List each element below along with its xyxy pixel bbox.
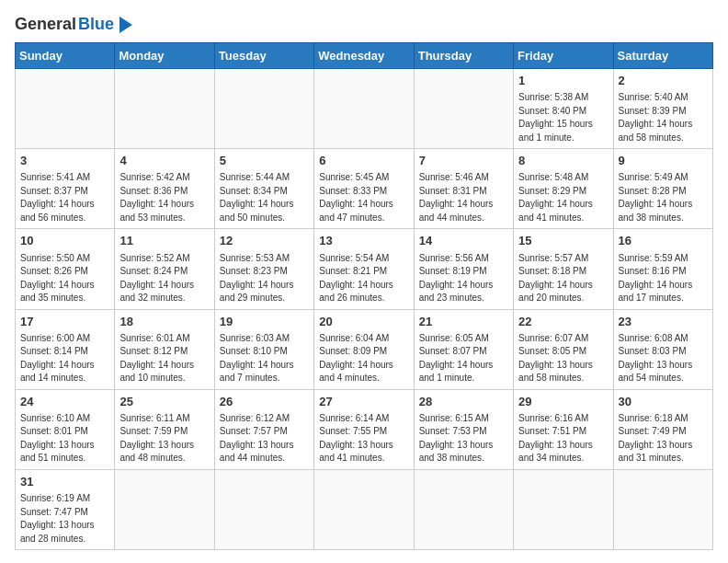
calendar-cell: 26Sunrise: 6:12 AM Sunset: 7:57 PM Dayli… [214, 389, 313, 469]
calendar-cell: 10Sunrise: 5:50 AM Sunset: 8:26 PM Dayli… [16, 229, 115, 309]
calendar-week-row: 17Sunrise: 6:00 AM Sunset: 8:14 PM Dayli… [16, 309, 713, 389]
day-number: 23 [619, 314, 708, 330]
calendar-week-row: 3Sunrise: 5:41 AM Sunset: 8:37 PM Daylig… [16, 149, 713, 229]
calendar-cell: 1Sunrise: 5:38 AM Sunset: 8:40 PM Daylig… [514, 69, 613, 149]
day-info: Sunrise: 6:00 AM Sunset: 8:14 PM Dayligh… [20, 332, 109, 385]
day-info: Sunrise: 5:46 AM Sunset: 8:31 PM Dayligh… [419, 171, 508, 224]
calendar-cell [514, 469, 613, 549]
logo-container: General Blue [15, 15, 136, 35]
weekday-header-friday: Friday [514, 43, 613, 69]
calendar-cell: 31Sunrise: 6:19 AM Sunset: 7:47 PM Dayli… [16, 469, 115, 549]
weekday-header-row: SundayMondayTuesdayWednesdayThursdayFrid… [16, 43, 713, 69]
calendar-cell: 4Sunrise: 5:42 AM Sunset: 8:36 PM Daylig… [115, 149, 214, 229]
day-info: Sunrise: 6:12 AM Sunset: 7:57 PM Dayligh… [220, 412, 309, 465]
day-number: 26 [220, 394, 309, 410]
day-info: Sunrise: 5:49 AM Sunset: 8:28 PM Dayligh… [619, 171, 708, 224]
day-info: Sunrise: 6:05 AM Sunset: 8:07 PM Dayligh… [419, 332, 508, 385]
weekday-header-tuesday: Tuesday [214, 43, 313, 69]
calendar-cell: 6Sunrise: 5:45 AM Sunset: 8:33 PM Daylig… [314, 149, 414, 229]
calendar-cell [115, 469, 214, 549]
calendar-cell [314, 469, 414, 549]
calendar-cell: 19Sunrise: 6:03 AM Sunset: 8:10 PM Dayli… [214, 309, 313, 389]
calendar-cell: 11Sunrise: 5:52 AM Sunset: 8:24 PM Dayli… [115, 229, 214, 309]
day-info: Sunrise: 6:07 AM Sunset: 8:05 PM Dayligh… [518, 332, 608, 385]
calendar-cell: 2Sunrise: 5:40 AM Sunset: 8:39 PM Daylig… [613, 69, 712, 149]
calendar-table: SundayMondayTuesdayWednesdayThursdayFrid… [15, 42, 713, 550]
calendar-cell: 27Sunrise: 6:14 AM Sunset: 7:55 PM Dayli… [314, 389, 414, 469]
calendar-cell [314, 69, 414, 149]
logo-text-general: General [15, 16, 76, 34]
calendar-cell: 13Sunrise: 5:54 AM Sunset: 8:21 PM Dayli… [314, 229, 414, 309]
day-number: 22 [518, 314, 608, 330]
calendar-cell: 15Sunrise: 5:57 AM Sunset: 8:18 PM Dayli… [514, 229, 613, 309]
day-info: Sunrise: 5:52 AM Sunset: 8:24 PM Dayligh… [119, 252, 209, 305]
day-number: 18 [119, 314, 209, 330]
day-number: 31 [20, 474, 109, 490]
day-info: Sunrise: 6:11 AM Sunset: 7:59 PM Dayligh… [119, 412, 209, 465]
day-number: 5 [220, 153, 309, 169]
day-number: 10 [20, 233, 109, 249]
day-number: 11 [119, 233, 209, 249]
day-number: 27 [319, 394, 408, 410]
calendar-cell [414, 469, 513, 549]
day-info: Sunrise: 5:56 AM Sunset: 8:19 PM Dayligh… [419, 252, 508, 305]
calendar-cell: 5Sunrise: 5:44 AM Sunset: 8:34 PM Daylig… [214, 149, 313, 229]
weekday-header-wednesday: Wednesday [314, 43, 414, 69]
day-number: 3 [20, 153, 109, 169]
calendar-week-row: 10Sunrise: 5:50 AM Sunset: 8:26 PM Dayli… [16, 229, 713, 309]
logo-icon [116, 15, 136, 35]
day-info: Sunrise: 6:14 AM Sunset: 7:55 PM Dayligh… [319, 412, 408, 465]
logo: General Blue [15, 15, 136, 35]
day-info: Sunrise: 6:03 AM Sunset: 8:10 PM Dayligh… [220, 332, 309, 385]
calendar-cell: 18Sunrise: 6:01 AM Sunset: 8:12 PM Dayli… [115, 309, 214, 389]
day-number: 21 [419, 314, 508, 330]
calendar-cell: 24Sunrise: 6:10 AM Sunset: 8:01 PM Dayli… [16, 389, 115, 469]
day-info: Sunrise: 6:16 AM Sunset: 7:51 PM Dayligh… [518, 412, 608, 465]
day-number: 7 [419, 153, 508, 169]
calendar-cell: 14Sunrise: 5:56 AM Sunset: 8:19 PM Dayli… [414, 229, 513, 309]
day-number: 19 [220, 314, 309, 330]
day-info: Sunrise: 5:48 AM Sunset: 8:29 PM Dayligh… [518, 171, 608, 224]
weekday-header-saturday: Saturday [613, 43, 712, 69]
day-number: 9 [619, 153, 708, 169]
calendar-cell: 9Sunrise: 5:49 AM Sunset: 8:28 PM Daylig… [613, 149, 712, 229]
calendar-cell: 7Sunrise: 5:46 AM Sunset: 8:31 PM Daylig… [414, 149, 513, 229]
day-info: Sunrise: 5:50 AM Sunset: 8:26 PM Dayligh… [20, 252, 109, 305]
day-number: 25 [119, 394, 209, 410]
day-number: 1 [518, 73, 608, 89]
calendar-cell: 30Sunrise: 6:18 AM Sunset: 7:49 PM Dayli… [613, 389, 712, 469]
day-info: Sunrise: 6:01 AM Sunset: 8:12 PM Dayligh… [119, 332, 209, 385]
day-info: Sunrise: 5:38 AM Sunset: 8:40 PM Dayligh… [518, 91, 608, 144]
calendar-cell: 3Sunrise: 5:41 AM Sunset: 8:37 PM Daylig… [16, 149, 115, 229]
day-number: 12 [220, 233, 309, 249]
calendar-cell: 12Sunrise: 5:53 AM Sunset: 8:23 PM Dayli… [214, 229, 313, 309]
day-info: Sunrise: 5:54 AM Sunset: 8:21 PM Dayligh… [319, 252, 408, 305]
day-info: Sunrise: 6:19 AM Sunset: 7:47 PM Dayligh… [20, 492, 109, 546]
day-info: Sunrise: 5:40 AM Sunset: 8:39 PM Dayligh… [619, 91, 708, 144]
day-number: 29 [518, 394, 608, 410]
calendar-cell: 28Sunrise: 6:15 AM Sunset: 7:53 PM Dayli… [414, 389, 513, 469]
calendar-cell: 29Sunrise: 6:16 AM Sunset: 7:51 PM Dayli… [514, 389, 613, 469]
day-info: Sunrise: 5:41 AM Sunset: 8:37 PM Dayligh… [20, 171, 109, 224]
weekday-header-sunday: Sunday [16, 43, 115, 69]
day-number: 28 [419, 394, 508, 410]
day-info: Sunrise: 5:57 AM Sunset: 8:18 PM Dayligh… [518, 252, 608, 305]
day-number: 17 [20, 314, 109, 330]
day-number: 4 [119, 153, 209, 169]
logo-text-blue: Blue [78, 16, 114, 34]
day-info: Sunrise: 6:04 AM Sunset: 8:09 PM Dayligh… [319, 332, 408, 385]
calendar-cell [115, 69, 214, 149]
day-info: Sunrise: 5:59 AM Sunset: 8:16 PM Dayligh… [619, 252, 708, 305]
day-info: Sunrise: 5:53 AM Sunset: 8:23 PM Dayligh… [220, 252, 309, 305]
calendar-cell: 21Sunrise: 6:05 AM Sunset: 8:07 PM Dayli… [414, 309, 513, 389]
day-info: Sunrise: 6:08 AM Sunset: 8:03 PM Dayligh… [619, 332, 708, 385]
calendar-cell: 22Sunrise: 6:07 AM Sunset: 8:05 PM Dayli… [514, 309, 613, 389]
calendar-cell: 8Sunrise: 5:48 AM Sunset: 8:29 PM Daylig… [514, 149, 613, 229]
calendar-week-row: 1Sunrise: 5:38 AM Sunset: 8:40 PM Daylig… [16, 69, 713, 149]
calendar-cell [613, 469, 712, 549]
header: General Blue [15, 15, 713, 35]
day-number: 15 [518, 233, 608, 249]
weekday-header-thursday: Thursday [414, 43, 513, 69]
day-info: Sunrise: 6:18 AM Sunset: 7:49 PM Dayligh… [619, 412, 708, 465]
calendar-week-row: 24Sunrise: 6:10 AM Sunset: 8:01 PM Dayli… [16, 389, 713, 469]
